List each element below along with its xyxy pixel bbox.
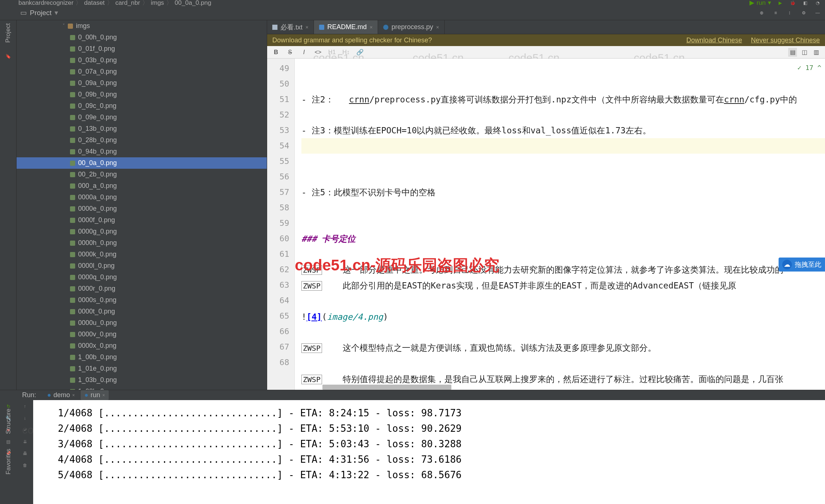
drag-upload-widget[interactable]: ☁ 拖拽至此 (779, 258, 825, 272)
tree-file-item[interactable]: 0000u_0.png (17, 317, 267, 329)
editor-area: 必看.txt×README.md×preprocess.py× Download… (267, 20, 825, 390)
favorites-tool-tab[interactable]: Favorites (5, 449, 12, 475)
tree-file-item[interactable]: 1_08b_0.png (17, 386, 267, 390)
tree-file-item[interactable]: 000_a_0.png (17, 180, 267, 192)
tree-file-item[interactable]: 0000f_0.png (17, 214, 267, 226)
project-view-selector[interactable]: ▭ Project ▾ (20, 8, 58, 17)
print-icon[interactable]: 🖶 (23, 451, 27, 456)
editor-tab[interactable]: preprocess.py× (378, 20, 444, 34)
tree-file-item[interactable]: 00_0a_0.png (17, 157, 267, 169)
file-type-icon (319, 25, 324, 30)
tree-file-item[interactable]: 0000e_0.png (17, 203, 267, 214)
grammar-banner: Download grammar and spelling checker fo… (267, 34, 825, 46)
cloud-icon: ☁ (782, 260, 792, 269)
code-icon[interactable]: <> (314, 48, 322, 57)
tree-file-item[interactable]: 0000v_0.png (17, 329, 267, 340)
project-tree[interactable]: ˅imgs 0_00h_0.png0_01f_0.png0_03b_0.png0… (17, 20, 267, 390)
editor-view-icon[interactable]: ▤ (788, 48, 797, 57)
tree-file-item[interactable]: 0_09c_0.png (17, 100, 267, 112)
italic-icon[interactable]: I (300, 48, 308, 57)
bold-icon[interactable]: B (272, 48, 280, 57)
collapse-icon[interactable]: ⫶ (786, 9, 793, 17)
scroll-icon[interactable]: ⇊ (23, 439, 27, 444)
editor-tab[interactable]: README.md× (314, 20, 378, 34)
tree-file-item[interactable]: 0_28b_0.png (17, 134, 267, 146)
tree-file-item[interactable]: 0_01f_0.png (17, 43, 267, 55)
left-bottom-rail: Structure Favorites (0, 409, 17, 475)
profile-icon[interactable]: ◔ (814, 0, 821, 7)
horizontal-scrollbar[interactable] (322, 385, 451, 390)
project-toolbar: ▭ Project ▾ ⊕ ≡ ⫶ ⚙ — (0, 6, 825, 20)
tree-file-item[interactable]: 0000g_0.png (17, 226, 267, 237)
breadcrumb-item[interactable]: dataset (84, 0, 105, 7)
tree-file-item[interactable]: 0_09a_0.png (17, 77, 267, 89)
tree-file-item[interactable]: 0000q_0.png (17, 272, 267, 283)
tree-file-item[interactable]: 0000r_0.png (17, 283, 267, 294)
structure-tool-tab[interactable]: Structure (5, 409, 12, 434)
up-icon[interactable]: ↑ (24, 404, 26, 409)
breadcrumb-item[interactable]: bankcardrecognizer (18, 0, 73, 7)
rerun-icon[interactable]: ↻ (7, 404, 10, 409)
run-icon[interactable]: ▶ (776, 0, 784, 7)
never-suggest-link[interactable]: Never suggest Chinese (751, 36, 820, 44)
run-config-selector[interactable]: ▶ run ▾ (749, 0, 771, 7)
tree-file-item[interactable]: 0_13b_0.png (17, 123, 267, 134)
editor-tabs: 必看.txt×README.md×preprocess.py× (267, 20, 825, 34)
run-panel: Run: ● demo ×● run × ↻ 🔧 ■ ▤ 📌 ↑ ↓ ⤶ ⇊ 🖶… (0, 390, 825, 504)
tree-file-item[interactable]: 0_00h_0.png (17, 32, 267, 43)
tree-file-item[interactable]: 1_00b_0.png (17, 351, 267, 363)
project-tool-tab[interactable]: Project (4, 23, 12, 43)
line-gutter: 49 50 51 52 53 54 55 56 57 58 59 60 61 6… (267, 59, 295, 390)
hide-icon[interactable]: — (814, 9, 821, 17)
tree-file-item[interactable]: 0000t_0.png (17, 306, 267, 317)
bookmark-icon[interactable]: 🔖 (6, 54, 11, 59)
soft-wrap-icon[interactable]: ⤶ (23, 427, 27, 433)
run-tab[interactable]: ● demo × (43, 390, 78, 400)
preview-view-icon[interactable]: ▥ (812, 48, 821, 57)
breadcrumb-item[interactable]: card_nbr (115, 0, 140, 7)
code-content[interactable]: - 注2： crnn/preprocess.py直接将可训练数据分开打包到.np… (295, 59, 825, 390)
tree-file-item[interactable]: 00_2b_0.png (17, 169, 267, 180)
down-icon[interactable]: ↓ (24, 416, 26, 421)
h1-icon[interactable]: H1 (328, 48, 336, 57)
split-view-icon[interactable]: ◫ (800, 48, 809, 57)
tree-file-item[interactable]: 0000s_0.png (17, 294, 267, 306)
close-icon[interactable]: × (370, 24, 373, 30)
tree-file-item[interactable]: 0000a_0.png (17, 192, 267, 203)
run-label: Run: (22, 391, 36, 399)
tree-file-item[interactable]: 0_94b_0.png (17, 146, 267, 157)
download-chinese-link[interactable]: Download Chinese (686, 36, 742, 44)
run-toolbar-left2: ↑ ↓ ⤶ ⇊ 🖶 🗑 (17, 400, 33, 504)
settings-icon[interactable]: ⚙ (800, 9, 807, 17)
tree-file-item[interactable]: 0_09b_0.png (17, 89, 267, 100)
tree-file-item[interactable]: 1_01e_0.png (17, 363, 267, 374)
expand-icon[interactable]: ≡ (772, 9, 779, 17)
strike-icon[interactable]: S (286, 48, 294, 57)
tree-file-item[interactable]: 0000h_0.png (17, 237, 267, 249)
tree-file-item[interactable]: 1_03b_0.png (17, 374, 267, 386)
h2-icon[interactable]: H↕ (342, 48, 350, 57)
tree-file-item[interactable]: 0000x_0.png (17, 340, 267, 351)
close-icon[interactable]: × (436, 24, 439, 30)
code-editor[interactable]: 49 50 51 52 53 54 55 56 57 58 59 60 61 6… (267, 59, 825, 390)
link-icon[interactable]: 🔗 (356, 48, 364, 57)
run-console[interactable]: 1/4068 [..............................] … (33, 400, 825, 504)
breadcrumb-item[interactable]: 00_0a_0.png (175, 0, 211, 7)
coverage-icon[interactable]: ◧ (801, 0, 809, 7)
debug-icon[interactable]: 🐞 (789, 0, 796, 7)
run-tab[interactable]: ● run × (81, 390, 109, 400)
tree-folder[interactable]: ˅imgs (17, 20, 267, 32)
tree-file-item[interactable]: 0_03b_0.png (17, 55, 267, 66)
tree-file-item[interactable]: 0000l_0.png (17, 260, 267, 272)
tree-file-item[interactable]: 0_09e_0.png (17, 112, 267, 123)
editor-tab[interactable]: 必看.txt× (267, 20, 314, 34)
tree-file-item[interactable]: 0_07a_0.png (17, 66, 267, 77)
breadcrumb-item[interactable]: imgs (151, 0, 164, 7)
left-tool-rail: Project 🔖 (0, 20, 17, 390)
problems-badge[interactable]: ✓ 17 ^ (797, 60, 821, 76)
breadcrumb[interactable]: bankcardrecognizer〉 dataset〉 card_nbr〉 i… (4, 0, 211, 7)
trash-icon[interactable]: 🗑 (23, 463, 27, 468)
close-icon[interactable]: × (305, 24, 308, 30)
locate-icon[interactable]: ⊕ (758, 9, 765, 17)
tree-file-item[interactable]: 0000k_0.png (17, 249, 267, 260)
